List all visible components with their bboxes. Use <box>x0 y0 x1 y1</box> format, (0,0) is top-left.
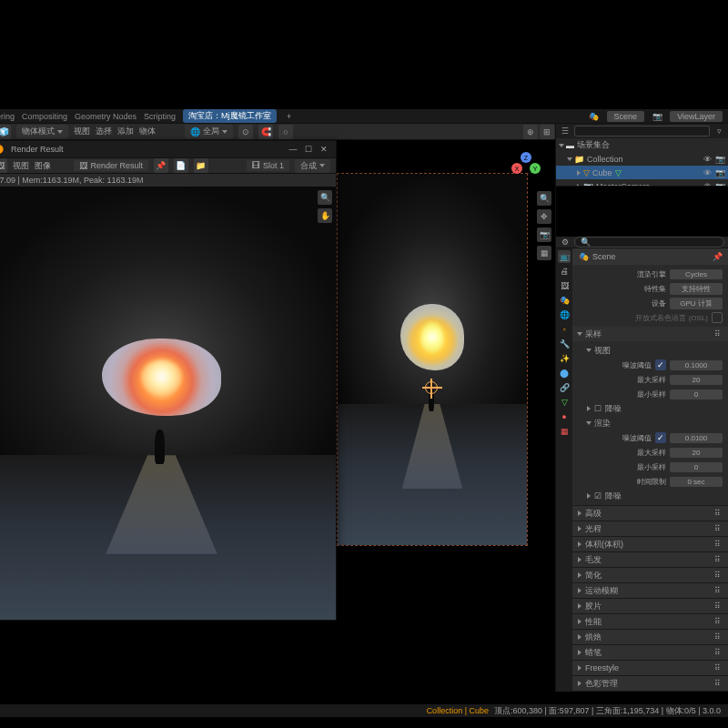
eye-icon[interactable]: 👁 <box>703 155 713 164</box>
gizmo-toggle-icon[interactable]: ⊕ <box>523 125 538 139</box>
section-collapsed[interactable]: 高级⠿ <box>572 506 728 521</box>
device-dropdown[interactable]: GPU 计算 <box>670 298 723 309</box>
outliner-item[interactable]: ▽ Cube ▽👁📷 <box>556 166 728 179</box>
pan-icon[interactable]: ✋ <box>318 208 332 223</box>
proportional-icon[interactable]: ○ <box>278 125 293 139</box>
outliner-scene-collection[interactable]: ▬ 场景集合 <box>556 138 728 152</box>
section-collapsed[interactable]: 简化⠿ <box>572 568 728 582</box>
workspace-tab[interactable]: Scripting <box>144 112 176 121</box>
min-samples-r-input[interactable]: 0 <box>670 462 723 472</box>
section-collapsed[interactable]: 毛发⠿ <box>572 552 728 567</box>
mode-dropdown[interactable]: 物体模式 <box>16 125 68 138</box>
feature-set-dropdown[interactable]: 支持特性 <box>670 283 723 295</box>
noise-threshold-r-input[interactable]: 0.0100 <box>670 433 723 443</box>
render-engine-dropdown[interactable]: Cycles <box>670 269 723 279</box>
tab-data[interactable]: ▽ <box>558 396 571 409</box>
open-icon[interactable]: 📁 <box>194 158 208 173</box>
zoom-icon[interactable]: 🔍 <box>537 191 551 206</box>
workspace-tab[interactable]: Compositing <box>22 112 67 121</box>
tab-particle[interactable]: ✨ <box>558 352 571 365</box>
noise-checkbox[interactable]: ✓ <box>655 359 666 370</box>
outliner-item[interactable]: 📁 Collection👁📷 <box>556 152 728 166</box>
workspace-tab[interactable]: Geometry Nodes <box>75 112 136 121</box>
render-vis-icon[interactable]: 📷 <box>715 155 724 164</box>
outliner-type-icon[interactable]: ☰ <box>560 126 571 136</box>
outliner-item[interactable]: 📷 MasterCamera👁📷 <box>556 179 728 187</box>
max-samples-input[interactable]: 20 <box>670 375 723 385</box>
section-collapsed[interactable]: 蜡笔⠿ <box>572 645 728 660</box>
tab-constraint[interactable]: 🔗 <box>558 381 571 394</box>
pin-icon[interactable]: 📌 <box>712 251 723 262</box>
section-collapsed[interactable]: Freestyle⠿ <box>572 661 728 675</box>
nav-gizmo[interactable]: Z X Y <box>508 150 544 187</box>
menu-object[interactable]: 物体 <box>139 126 156 137</box>
osl-checkbox[interactable] <box>712 312 723 323</box>
viewlayer-picker[interactable]: ViewLayer <box>670 111 723 122</box>
section-denoise-vp[interactable]: ☐ 降噪 <box>581 401 723 416</box>
section-denoise-r[interactable]: ☑ 降噪 <box>581 489 723 503</box>
maximize-icon[interactable]: ☐ <box>302 143 315 156</box>
menu-select[interactable]: 选择 <box>96 126 112 137</box>
menu-add[interactable]: 添加 <box>117 126 134 137</box>
workspace-tab[interactable]: ering <box>0 112 15 121</box>
max-samples-r-input[interactable]: 20 <box>670 448 723 458</box>
tab-world[interactable]: 🌐 <box>558 308 571 321</box>
tab-render[interactable]: 📺 <box>558 250 571 263</box>
section-collapsed[interactable]: 体积(体积)⠿ <box>572 537 728 551</box>
pan-icon[interactable]: ✥ <box>537 209 551 224</box>
section-collapsed[interactable]: 光程⠿ <box>572 521 728 536</box>
perspective-icon[interactable]: ▦ <box>537 246 551 260</box>
slot-picker[interactable]: 🎞 Slot 1 <box>247 160 289 171</box>
properties-search-input[interactable] <box>574 237 724 248</box>
render-canvas[interactable]: 🔍 ✋ <box>0 187 336 620</box>
pass-picker[interactable]: 合成 <box>295 159 330 173</box>
min-samples-input[interactable]: 0 <box>670 389 723 399</box>
editor-type-icon[interactable]: 🖼 <box>0 158 7 173</box>
add-workspace-icon[interactable]: + <box>284 111 295 122</box>
scene-picker[interactable]: Scene <box>607 111 645 122</box>
section-render[interactable]: 渲染 <box>581 416 723 430</box>
pivot-icon[interactable]: ⊙ <box>238 125 253 139</box>
tab-viewlayer[interactable]: 🖼 <box>558 279 571 292</box>
filter-icon[interactable]: ▿ <box>713 126 724 136</box>
section-collapsed[interactable]: 性能⠿ <box>572 614 728 629</box>
noise-checkbox-r[interactable]: ✓ <box>655 432 666 443</box>
outliner-search-input[interactable] <box>574 126 710 136</box>
section-sampling[interactable]: 采样⠿ <box>572 327 728 341</box>
camera-view-icon[interactable]: 📷 <box>537 228 551 242</box>
menu-view[interactable]: 视图 <box>74 126 90 137</box>
axis-z-icon[interactable]: Z <box>521 152 531 163</box>
section-collapsed[interactable]: 胶片⠿ <box>572 599 728 613</box>
zoom-icon[interactable]: 🔍 <box>318 190 332 205</box>
orientation-dropdown[interactable]: 🌐 全局 <box>185 125 233 138</box>
image-picker[interactable]: 🖼 Render Result <box>74 160 148 171</box>
new-icon[interactable]: 📄 <box>174 158 188 173</box>
render-window-titlebar[interactable]: 🟠 Render Result — ☐ ✕ <box>0 141 336 157</box>
eye-icon[interactable]: 👁 <box>703 168 713 177</box>
properties-type-icon[interactable]: ⚙ <box>560 237 571 248</box>
section-collapsed[interactable]: 色彩管理⠿ <box>572 676 728 691</box>
menu-view[interactable]: 视图 <box>13 160 29 172</box>
editor-type-icon[interactable]: 🧊 <box>0 125 11 139</box>
section-collapsed[interactable]: 烘焙⠿ <box>572 630 728 644</box>
tab-modifier[interactable]: 🔧 <box>558 338 571 350</box>
workspace-active[interactable]: 淘宝店：Mj魔镜工作室 <box>183 109 277 123</box>
section-collapsed[interactable]: 运动模糊⠿ <box>572 583 728 598</box>
close-icon[interactable]: ✕ <box>318 143 330 156</box>
minimize-icon[interactable]: — <box>287 143 299 156</box>
tab-texture[interactable]: ▦ <box>558 425 571 438</box>
noise-threshold-input[interactable]: 0.1000 <box>670 360 723 370</box>
menu-image[interactable]: 图像 <box>35 160 51 172</box>
tab-object[interactable]: ▫ <box>558 323 571 336</box>
tab-material[interactable]: ● <box>558 410 571 423</box>
snap-icon[interactable]: 🧲 <box>258 125 273 139</box>
pin-icon[interactable]: 📌 <box>154 158 168 173</box>
tab-output[interactable]: 🖨 <box>558 265 571 278</box>
time-limit-input[interactable]: 0 sec <box>670 477 723 487</box>
section-viewport[interactable]: 视图 <box>581 343 723 358</box>
render-vis-icon[interactable]: 📷 <box>715 168 724 177</box>
tab-physics[interactable]: ⬤ <box>558 367 571 379</box>
tab-scene[interactable]: 🎭 <box>558 294 571 307</box>
overlay-toggle-icon[interactable]: ⊞ <box>540 125 554 139</box>
transform-gizmo-icon[interactable] <box>425 381 438 394</box>
